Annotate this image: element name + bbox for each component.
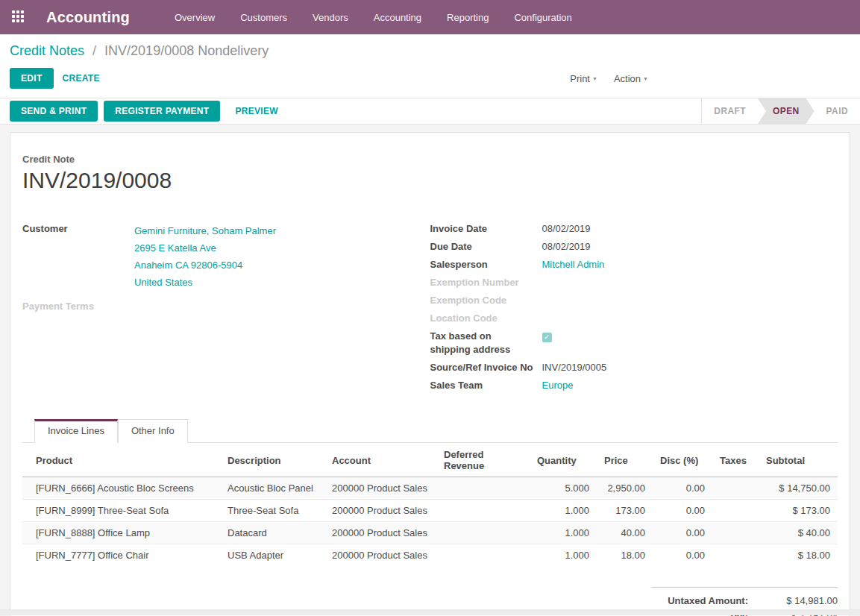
cell-subtotal: $ 40.00: [759, 522, 838, 544]
document-number: INV/2019/0008: [22, 168, 838, 193]
credit-note-sheet: Credit Note INV/2019/0008 Customer Gemin…: [10, 132, 850, 616]
status-draft[interactable]: DRAFT: [702, 98, 758, 124]
invoice-date-label: Invoice Date: [430, 220, 542, 238]
cell-account: 200000 Product Sales: [324, 500, 436, 522]
cell-quantity: 1.000: [530, 522, 597, 544]
cell-disc: 0.00: [653, 544, 712, 567]
apps-grid-icon[interactable]: [12, 10, 25, 24]
document-type-label: Credit Note: [22, 154, 838, 165]
untaxed-amount-value: $ 14,981.00: [754, 595, 838, 606]
register-payment-button[interactable]: REGISTER PAYMENT: [104, 101, 220, 122]
create-button[interactable]: CREATE: [54, 68, 109, 89]
menu-customers[interactable]: Customers: [240, 12, 287, 23]
cell-deferred: [436, 544, 530, 567]
tax-shipping-checkbox[interactable]: ✓: [542, 333, 552, 342]
customer-value: Gemini Furniture, Soham Palmer 2695 E Ka…: [134, 220, 430, 293]
cell-disc: 0.00: [653, 500, 712, 522]
cell-taxes: [712, 477, 759, 500]
cell-deferred: [436, 477, 530, 500]
cell-product: [FURN_7777] Office Chair: [22, 544, 220, 567]
salesperson-label: Salesperson: [430, 256, 542, 274]
table-row[interactable]: [FURN_8888] Office Lamp Datacard 200000 …: [22, 522, 838, 544]
cell-subtotal: $ 18.00: [759, 544, 838, 567]
customer-city[interactable]: Anaheim CA 92806-5904: [134, 257, 430, 274]
menu-accounting[interactable]: Accounting: [374, 12, 421, 23]
cell-deferred: [436, 500, 530, 522]
print-dropdown[interactable]: Print▼: [570, 73, 597, 84]
chevron-down-icon: ▼: [590, 76, 597, 81]
customer-street[interactable]: 2695 E Katella Ave: [134, 239, 430, 257]
statusbar: SEND & PRINT REGISTER PAYMENT PREVIEW DR…: [0, 98, 860, 125]
send-print-button[interactable]: SEND & PRINT: [10, 101, 98, 122]
location-code-label: Location Code: [430, 309, 542, 327]
col-taxes: Taxes: [712, 443, 759, 477]
cell-product: [FURN_8888] Office Lamp: [22, 522, 220, 544]
cell-quantity: 1.000: [530, 544, 597, 567]
untaxed-amount-label: Untaxed Amount:: [651, 595, 754, 606]
tab-invoice-lines[interactable]: Invoice Lines: [34, 419, 118, 443]
tax-shipping-label: Tax based on shipping address: [430, 327, 541, 359]
menu-overview[interactable]: Overview: [175, 12, 215, 23]
status-widget: DRAFT OPEN PAID: [701, 98, 860, 124]
table-row[interactable]: [FURN_8999] Three-Seat Sofa Three-Seat S…: [22, 500, 838, 522]
check-icon: ✓: [544, 334, 550, 341]
menu-vendors[interactable]: Vendors: [313, 12, 348, 23]
cell-account: 200000 Product Sales: [324, 477, 436, 500]
control-panel: Credit Notes / INV/2019/0008 Nondelivery…: [0, 34, 860, 98]
cell-account: 200000 Product Sales: [324, 544, 436, 567]
invoice-date-value: 08/02/2019: [542, 220, 838, 238]
app-title[interactable]: Accounting: [46, 9, 130, 26]
cell-price: 40.00: [597, 522, 653, 544]
status-paid[interactable]: PAID: [815, 98, 860, 124]
cell-price: 173.00: [597, 500, 653, 522]
breadcrumb-credit-notes[interactable]: Credit Notes: [10, 43, 84, 58]
cell-description: Three-Seat Sofa: [220, 500, 324, 522]
exemption-code-label: Exemption Code: [430, 292, 542, 309]
sales-team-label: Sales Team: [430, 377, 542, 395]
source-ref-label: Source/Ref Invoice No: [430, 359, 542, 377]
payment-terms-label: Payment Terms: [22, 298, 134, 315]
tab-other-info[interactable]: Other Info: [118, 419, 188, 443]
cell-disc: 0.00: [653, 477, 712, 500]
table-row[interactable]: [FURN_6666] Acoustic Bloc Screens Acoust…: [22, 477, 838, 500]
col-price: Price: [597, 443, 653, 477]
cell-deferred: [436, 522, 530, 544]
salesperson-value[interactable]: Mitchell Admin: [542, 256, 838, 274]
col-subtotal: Subtotal: [759, 443, 838, 477]
customer-name-link[interactable]: Gemini Furniture, Soham Palmer: [134, 222, 430, 239]
invoice-lines-table: Product Description Account Deferred Rev…: [22, 443, 838, 566]
cell-taxes: [712, 522, 759, 544]
cell-product: [FURN_8999] Three-Seat Sofa: [22, 500, 220, 522]
cell-description: Acoustic Bloc Panel: [220, 477, 324, 500]
menu-configuration[interactable]: Configuration: [514, 12, 571, 23]
action-dropdown[interactable]: Action▼: [614, 73, 648, 84]
fields-left: Customer Gemini Furniture, Soham Palmer …: [22, 220, 430, 395]
location-code-value: [542, 309, 838, 327]
cell-disc: 0.00: [653, 522, 712, 544]
status-open[interactable]: OPEN: [758, 98, 815, 124]
col-account: Account: [324, 443, 436, 477]
cell-price: 2,950.00: [597, 477, 653, 500]
payment-terms-value: [134, 298, 430, 315]
col-description: Description: [220, 443, 324, 477]
cell-price: 18.00: [597, 544, 653, 567]
exemption-number-label: Exemption Number: [430, 274, 542, 292]
fields-right: Invoice Date 08/02/2019 Due Date 08/02/2…: [430, 220, 838, 395]
table-row[interactable]: [FURN_7777] Office Chair USB Adapter 200…: [22, 544, 838, 567]
col-quantity: Quantity: [530, 443, 597, 477]
cell-description: Datacard: [220, 522, 324, 544]
cell-product: [FURN_6666] Acoustic Bloc Screens: [22, 477, 220, 500]
cell-taxes: [712, 544, 759, 567]
menu-reporting[interactable]: Reporting: [447, 12, 489, 23]
due-date-label: Due Date: [430, 238, 542, 256]
chevron-down-icon: ▼: [641, 76, 648, 81]
cell-taxes: [712, 500, 759, 522]
due-date-value: 08/02/2019: [542, 238, 838, 256]
preview-button[interactable]: PREVIEW: [226, 101, 286, 122]
customer-country[interactable]: United States: [134, 274, 430, 291]
exemption-number-value: [542, 274, 838, 292]
sales-team-value[interactable]: Europe: [542, 377, 838, 395]
edit-button[interactable]: EDIT: [10, 68, 54, 89]
horizontal-scrollbar[interactable]: [0, 609, 860, 615]
col-deferred-revenue: Deferred Revenue: [436, 443, 530, 477]
